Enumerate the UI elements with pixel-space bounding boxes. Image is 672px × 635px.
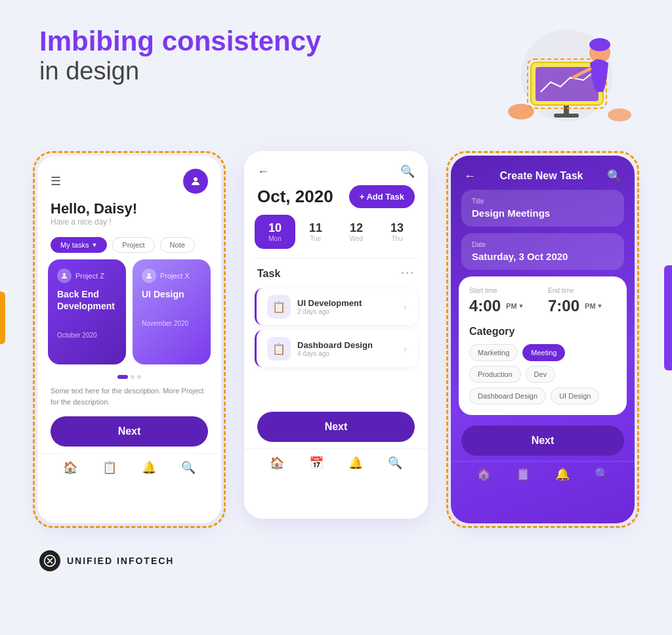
p2-nav-home[interactable]: 🏠: [270, 456, 284, 470]
p3-title: Create New Task: [500, 170, 583, 182]
p1-description: Some text here for the description. More…: [37, 383, 221, 414]
svg-point-11: [63, 273, 66, 276]
svg-rect-2: [554, 114, 579, 118]
p1-pagination-dots: [37, 371, 221, 383]
day-12[interactable]: 12 Wed: [336, 215, 377, 249]
task-arrow-1: ›: [404, 301, 407, 312]
p1-next-button[interactable]: Next: [51, 416, 208, 447]
p2-days-row: 10 Mon 11 Tue 12 Wed 13 Thu: [244, 215, 428, 258]
yellow-accent-bar: [0, 292, 5, 344]
p2-nav-calendar[interactable]: 📅: [309, 456, 324, 470]
headline-block: Imbibing consistency in design: [39, 26, 321, 87]
p1-cards: Project Z Back End Development October 2…: [37, 259, 221, 371]
three-dots-icon[interactable]: ···: [401, 267, 415, 280]
p1-nav: 🏠 📋 🔔 🔍: [37, 453, 221, 484]
phone-3: ← Create New Task 🔍 Title Design Meeting…: [451, 156, 635, 523]
p2-search-icon[interactable]: 🔍: [400, 164, 415, 179]
cat-production[interactable]: Production: [469, 366, 521, 383]
phone-2: ← 🔍 Oct, 2020 + Add Task 10 Mon 11 Tue 1…: [244, 151, 428, 519]
task-item-2[interactable]: 📋 Dashboard Design 4 days ago ›: [255, 330, 417, 367]
p3-back-icon[interactable]: ←: [464, 169, 476, 183]
p3-nav-tasks[interactable]: 📋: [516, 467, 530, 481]
footer: UNIFIED INFOTECH: [0, 537, 672, 584]
start-ampm[interactable]: PM ▼: [506, 302, 524, 310]
nav-bell-icon[interactable]: 🔔: [142, 460, 156, 475]
svg-point-7: [589, 38, 610, 51]
svg-point-9: [608, 108, 631, 121]
category-pills: Marketing Meeting Production Dev Dashboa…: [469, 344, 616, 405]
greeting-text: Hello, Daisy!: [51, 200, 208, 217]
tab-my-tasks[interactable]: My tasks ▼: [51, 237, 107, 253]
day-10[interactable]: 10 Mon: [255, 215, 295, 249]
p3-header: ← Create New Task 🔍: [451, 156, 635, 190]
avatar-button[interactable]: [183, 169, 208, 194]
headline-bold: Imbibing consistency: [39, 26, 321, 56]
p2-nav: 🏠 📅 🔔 🔍: [244, 449, 428, 479]
cat-dashboard-design[interactable]: Dashboard Design: [469, 387, 546, 405]
svg-rect-4: [536, 67, 598, 101]
p1-header: ☰: [37, 156, 221, 200]
category-label: Category: [469, 326, 616, 338]
company-name: UNIFIED INFOTECH: [67, 556, 174, 566]
day-13[interactable]: 13 Thu: [377, 215, 417, 249]
p2-header: ← 🔍: [244, 151, 428, 185]
card-avatar-1: [57, 269, 72, 283]
p3-time-card: Start time 4:00 PM ▼ End time 7:00: [459, 276, 627, 415]
p3-date-field: Date Saturday, 3 Oct 2020: [461, 233, 624, 270]
p2-next-button[interactable]: Next: [257, 412, 415, 442]
nav-tasks-icon[interactable]: 📋: [102, 460, 117, 475]
card-title-2: UI Design: [142, 288, 201, 300]
card-date-2: November 2020: [142, 320, 201, 327]
p2-nav-search[interactable]: 🔍: [388, 456, 402, 470]
svg-point-8: [508, 104, 534, 120]
company-logo: [39, 550, 60, 571]
p3-end-time: End time 7:00 PM ▼: [548, 287, 616, 315]
header-section: Imbibing consistency in design: [0, 0, 672, 144]
cat-dev[interactable]: Dev: [526, 366, 556, 383]
cat-ui-design[interactable]: UI Design: [551, 387, 599, 405]
cat-meeting[interactable]: Meeting: [522, 344, 565, 361]
add-task-button[interactable]: + Add Task: [349, 185, 415, 208]
task-arrow-2: ›: [404, 343, 407, 354]
svg-point-12: [148, 273, 150, 276]
headline-normal: in design: [39, 56, 321, 87]
p2-nav-bell[interactable]: 🔔: [348, 456, 363, 470]
nav-home-icon[interactable]: 🏠: [63, 460, 77, 475]
cat-marketing[interactable]: Marketing: [469, 344, 518, 361]
hamburger-icon[interactable]: ☰: [51, 174, 61, 188]
right-purple-bar: [664, 265, 672, 370]
phones-row: ☰ Hello, Daisy! Have a nice day ! My tas…: [0, 144, 672, 528]
card-uidesign: Project X UI Design November 2020: [133, 259, 211, 364]
task-info-1: UI Development 2 days ago: [297, 298, 397, 315]
phone-3-wrapper: ← Create New Task 🔍 Title Design Meeting…: [446, 151, 639, 528]
day-11[interactable]: 11 Tue: [295, 215, 336, 249]
p2-month: Oct, 2020: [257, 186, 333, 207]
card-title-1: Back End Development: [57, 288, 117, 312]
nav-search-icon[interactable]: 🔍: [181, 460, 196, 475]
p3-start-time: Start time 4:00 PM ▼: [469, 287, 537, 315]
p1-greeting: Hello, Daisy! Have a nice day !: [37, 200, 221, 233]
card-backend: Project Z Back End Development October 2…: [48, 259, 126, 364]
card-avatar-2: [142, 269, 156, 283]
p1-tabs: My tasks ▼ Project Note: [37, 233, 221, 259]
dot-1: [117, 375, 128, 379]
p3-title-field: Title Design Meetings: [461, 190, 624, 227]
tab-note[interactable]: Note: [160, 237, 195, 253]
svg-point-10: [194, 177, 198, 181]
subtext: Have a nice day !: [51, 217, 208, 227]
hero-illustration: [488, 26, 633, 131]
p3-nav-search[interactable]: 🔍: [595, 467, 609, 481]
p3-nav-home[interactable]: 🏠: [476, 467, 491, 481]
p3-search-icon[interactable]: 🔍: [607, 169, 621, 183]
p2-back-icon[interactable]: ←: [257, 165, 269, 179]
p2-task-header: Task ···: [244, 259, 428, 286]
tab-project[interactable]: Project: [112, 237, 154, 253]
p3-nav-bell[interactable]: 🔔: [555, 467, 570, 481]
p3-next-button[interactable]: Next: [461, 426, 624, 456]
dot-3: [137, 375, 141, 379]
task-icon-2: 📋: [267, 337, 291, 361]
dot-2: [131, 375, 135, 379]
p3-nav: 🏠 📋 🔔 🔍: [451, 461, 635, 489]
end-ampm[interactable]: PM ▼: [585, 302, 602, 310]
task-item-1[interactable]: 📋 UI Development 2 days ago ›: [255, 288, 417, 325]
